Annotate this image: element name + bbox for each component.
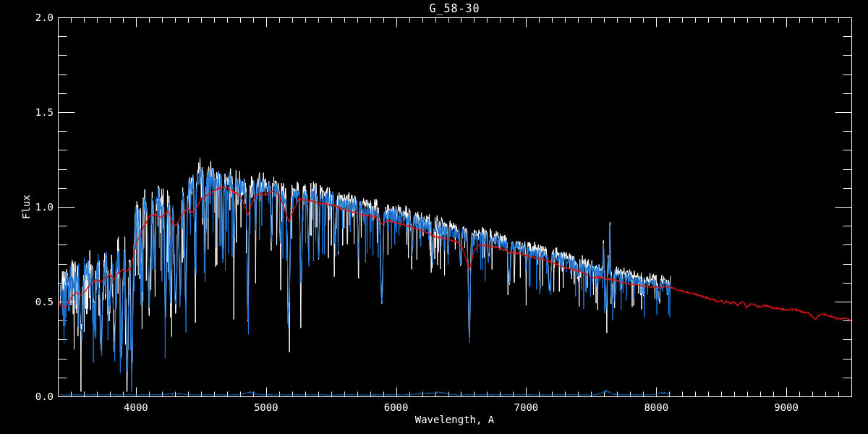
y-axis-label: Flux <box>20 195 32 219</box>
chart-title: G_58-30 <box>58 2 851 15</box>
spectrum-chart: G_58-30 Wavelength, A Flux <box>0 0 868 434</box>
plot-canvas <box>0 0 868 434</box>
x-axis-label: Wavelength, A <box>58 414 851 425</box>
